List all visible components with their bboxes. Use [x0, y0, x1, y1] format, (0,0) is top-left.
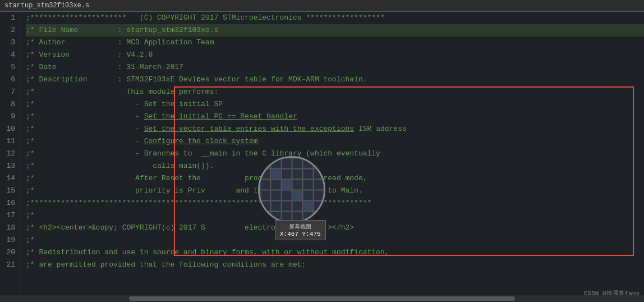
- ln-19: 19: [4, 234, 15, 246]
- ln-3: 3: [4, 36, 15, 49]
- tooltip-box: 屏幕截图 X:467 Y:475: [275, 220, 326, 240]
- ln-11: 11: [4, 135, 15, 148]
- code-line-7: ;* This module performs:: [26, 86, 644, 98]
- code-line-17: ;*: [26, 209, 644, 222]
- code-area: 1 2 3 4 5 6 7 8 9 10 11 12 13 14 15 16 1…: [0, 12, 644, 300]
- code-line-8: ;* - Set the initial SP: [26, 98, 644, 111]
- magnifier-overlay: [258, 156, 325, 223]
- ln-13: 13: [4, 160, 15, 172]
- code-line-4: ;* Version : V4.2.0: [26, 49, 644, 61]
- ln-12: 12: [4, 148, 15, 160]
- ln-9: 9: [4, 111, 15, 123]
- ln-20: 20: [4, 246, 15, 259]
- file-title: startup_stm32f103xe.s: [4, 2, 89, 10]
- code-line-18: ;* <h2><center>&copy; COPYRIGHT(c) 2017 …: [26, 222, 644, 234]
- tooltip-coords: X:467 Y:475: [280, 231, 321, 237]
- code-line-2: ;* File Name : startup_stm32f103xe.s: [26, 24, 644, 36]
- ln-4: 4: [4, 49, 15, 61]
- code-line-1: ;********************** (C) COPYRIGHT 20…: [26, 12, 644, 24]
- ln-8: 8: [4, 98, 15, 111]
- editor-container: startup_stm32f103xe.s 1 2 3 4 5 6 7 8 9 …: [0, 0, 644, 302]
- ln-21: 21: [4, 259, 15, 271]
- ln-18: 18: [4, 222, 15, 234]
- code-line-12: ;* - Branches to __main in the C library…: [26, 148, 644, 160]
- ln-5: 5: [4, 61, 15, 74]
- ln-16: 16: [4, 197, 15, 209]
- code-line-6: ;* Description : STM32F103xE Devices vec…: [26, 74, 644, 86]
- ln-7: 7: [4, 86, 15, 98]
- code-line-14: ;* After Reset the processor is in Threa…: [26, 172, 644, 185]
- tooltip-label: 屏幕截图: [289, 223, 311, 231]
- code-line-10: ;* - Set the vector table entries with t…: [26, 123, 644, 135]
- ln-2: 2: [4, 24, 15, 36]
- code-line-11: ;* - Configure the clock system: [26, 135, 644, 148]
- title-bar: startup_stm32f103xe.s: [0, 0, 644, 12]
- magnifier-grid: [260, 158, 324, 222]
- code-line-5: ;* Date : 31-March-2017: [26, 61, 644, 74]
- ln-6: 6: [4, 74, 15, 86]
- code-content[interactable]: ;********************** (C) COPYRIGHT 20…: [20, 12, 644, 300]
- tooltip-inner: 屏幕截图 X:467 Y:475: [280, 223, 321, 237]
- ln-10: 10: [4, 123, 15, 135]
- code-line-19: ;*: [26, 234, 644, 246]
- code-line-21: ;* are permitted provided that the follo…: [26, 259, 644, 271]
- line-numbers: 1 2 3 4 5 6 7 8 9 10 11 12 13 14 15 16 1…: [0, 12, 20, 300]
- ln-1: 1: [4, 12, 15, 24]
- ln-17: 17: [4, 209, 15, 222]
- scrollbar-thumb[interactable]: [129, 296, 516, 301]
- ln-14: 14: [4, 172, 15, 185]
- ln-15: 15: [4, 185, 15, 197]
- code-line-15: ;* priority is Priv and the Stack is set…: [26, 185, 644, 197]
- horizontal-scrollbar[interactable]: [0, 295, 644, 302]
- code-line-16: ;***************************************…: [26, 197, 644, 209]
- code-line-3: ;* Author : MCD Application Team: [26, 36, 644, 49]
- code-line-20: ;* Redistribution and use in source and …: [26, 246, 644, 259]
- code-line-9: ;* - Set the initial PC == Reset_Handler: [26, 111, 644, 123]
- code-line-13: ;* calls main()).: [26, 160, 644, 172]
